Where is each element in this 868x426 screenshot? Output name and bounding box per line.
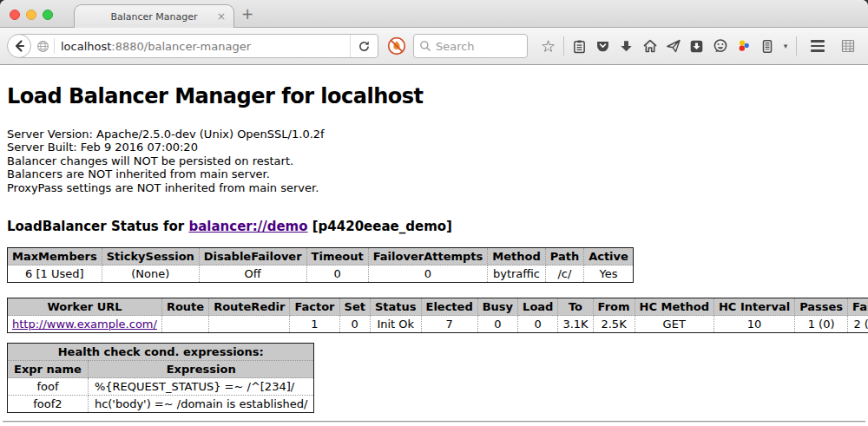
cell-to: 3.1K [558, 316, 593, 333]
search-icon [419, 40, 431, 52]
close-window-button[interactable] [10, 10, 20, 20]
col-factor: Factor [290, 298, 339, 316]
cell-load: 0 [518, 316, 558, 333]
cell-failoverattempts: 0 [368, 265, 488, 283]
page-grid-button[interactable] [836, 34, 859, 58]
extension-dots-button[interactable] [732, 34, 755, 58]
page-grid-icon [840, 38, 856, 54]
smiley-icon [713, 38, 728, 54]
status-heading-prefix: LoadBalancer Status for [7, 219, 188, 234]
battery-button[interactable] [755, 34, 779, 58]
reload-icon [358, 40, 371, 53]
col-fails: Fails [848, 298, 868, 316]
status-heading-suffix: [p4420eeae_demo] [308, 219, 452, 234]
col-expression: Expression [88, 361, 314, 378]
pocket-icon [595, 39, 610, 54]
cell-method: bytraffic [488, 265, 545, 283]
cell-hc-method: GET [635, 316, 713, 333]
health-row: foof2 hc('body') =~ /domain is establish… [8, 396, 314, 413]
send-button[interactable] [661, 34, 685, 58]
minimize-window-button[interactable] [26, 10, 36, 20]
health-check-table: Health check cond. expressions: Expr nam… [7, 343, 314, 413]
navigation-toolbar: localhost:8880/balancer-manager ☆ [0, 28, 868, 65]
url-text: localhost:8880/balancer-manager [61, 40, 350, 53]
tab-title: Balancer Manager [110, 11, 197, 23]
bottom-divider [3, 421, 865, 423]
table-header-row: Worker URL Route RouteRedir Factor Set S… [8, 298, 868, 316]
overflow-button[interactable]: ▾ [779, 34, 792, 58]
cell-expr-name: foof [8, 378, 89, 396]
cell-fails: 2 (0) [848, 316, 868, 333]
cell-elected: 7 [421, 316, 477, 333]
cell-hc-interval: 10 [713, 316, 794, 333]
addon-download-button[interactable] [685, 34, 708, 58]
col-timeout: Timeout [306, 248, 368, 265]
cell-worker-url: http://www.example.com/ [8, 316, 162, 333]
col-to: To [558, 298, 593, 316]
cell-active: Yes [584, 265, 634, 283]
hamburger-icon [811, 40, 825, 52]
cell-timeout: 0 [306, 265, 368, 283]
balancer-demo-link[interactable]: balancer://demo [188, 219, 307, 234]
flash-block-button[interactable] [385, 34, 408, 58]
col-hc-interval: HC Interval [713, 298, 794, 316]
reload-button[interactable] [350, 35, 378, 57]
col-status: Status [370, 298, 421, 316]
cell-expression: hc('body') =~ /domain is established/ [88, 396, 314, 413]
reading-list-button[interactable] [568, 34, 591, 58]
url-path: :8880/balancer-manager [111, 40, 251, 53]
urlbar-divider [54, 38, 55, 54]
worker-row: http://www.example.com/ 1 0 Init Ok 7 0 … [8, 316, 868, 333]
col-method: Method [488, 248, 545, 265]
url-input[interactable]: localhost:8880/balancer-manager [18, 34, 378, 58]
search-input[interactable] [436, 40, 522, 53]
globe-icon [36, 40, 49, 53]
home-button[interactable] [638, 34, 661, 58]
battery-icon [760, 38, 774, 54]
home-icon [642, 38, 658, 54]
close-tab-icon[interactable]: × [217, 10, 226, 23]
color-dots-icon [736, 38, 752, 54]
new-tab-button[interactable]: + [241, 5, 253, 23]
col-maxmembers: MaxMembers [8, 248, 102, 265]
col-passes: Passes [795, 298, 848, 316]
cell-routeredir [209, 316, 290, 333]
col-stickysession: StickySession [102, 248, 199, 265]
col-failoverattempts: FailoverAttempts [368, 248, 488, 265]
col-route: Route [161, 298, 208, 316]
worker-url-link[interactable]: http://www.example.com/ [12, 318, 157, 331]
cell-set: 0 [339, 316, 370, 333]
clipboard-icon [572, 39, 587, 54]
download-arrow-icon [619, 39, 634, 54]
zoom-window-button[interactable] [43, 10, 53, 20]
downloads-button[interactable] [615, 34, 638, 58]
cell-status: Init Ok [370, 316, 421, 333]
url-domain: localhost [61, 40, 111, 53]
cell-stickysession: (None) [102, 265, 199, 283]
bookmark-star-button[interactable]: ☆ [536, 34, 560, 58]
toolbar-divider [563, 36, 564, 56]
cell-factor: 1 [290, 316, 339, 333]
col-hc-method: HC Method [635, 298, 713, 316]
cell-from: 2.5K [593, 316, 635, 333]
server-info: Server Version: Apache/2.5.0-dev (Unix) … [7, 128, 861, 194]
proxypass-inherit-line: ProxyPass settings are NOT inherited fro… [7, 181, 861, 194]
table-header-row: Expr name Expression [8, 361, 314, 378]
bookmark-star-icon: ☆ [541, 37, 556, 55]
tab-balancer-manager[interactable]: Balancer Manager × [74, 4, 234, 28]
table-row: 6 [1 Used] (None) Off 0 0 bytraffic /c/ … [8, 265, 634, 283]
balancer-settings-table: MaxMembers StickySession DisableFailover… [7, 247, 634, 283]
loadbalancer-status-heading: LoadBalancer Status for balancer://demo … [7, 219, 861, 234]
menu-button[interactable] [806, 34, 829, 58]
back-button[interactable] [7, 34, 31, 58]
table-title-row: Health check cond. expressions: [8, 344, 314, 361]
chat-smiley-button[interactable] [708, 34, 732, 58]
col-active: Active [584, 248, 634, 265]
page-content: Load Balancer Manager for localhost Serv… [0, 65, 868, 426]
cell-expr-name: foof2 [8, 396, 89, 413]
table-header-row: MaxMembers StickySession DisableFailover… [8, 248, 634, 265]
search-bar[interactable] [413, 34, 528, 58]
paper-plane-icon [666, 38, 681, 54]
browser-window: Balancer Manager × + localhost:8880/bala… [0, 0, 868, 426]
pocket-button[interactable] [591, 34, 615, 58]
